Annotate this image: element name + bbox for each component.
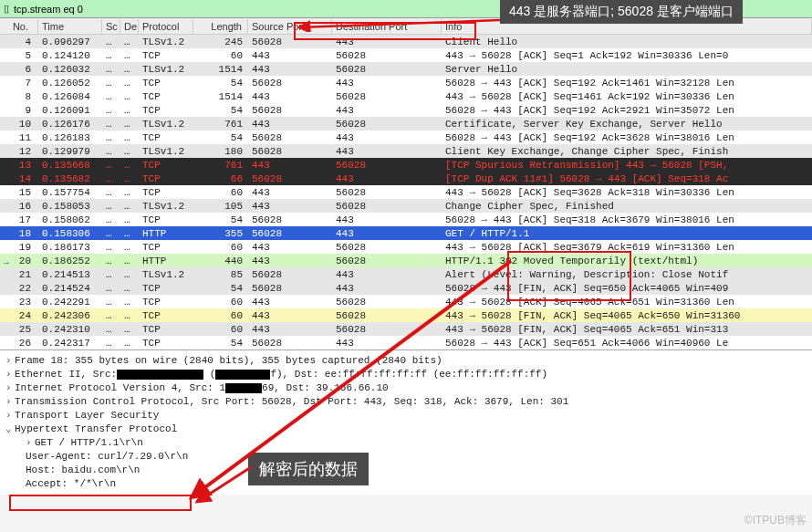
chevron-right-icon: › [26, 436, 35, 450]
chevron-right-icon: › [5, 368, 15, 381]
packet-row[interactable]: 130.135668……TCP76144356028[TCP Spurious … [0, 158, 812, 172]
redacted-mac: xxxx [215, 370, 270, 380]
packet-row[interactable]: 230.242291……TCP6044356028443 → 56028 [AC… [0, 295, 812, 308]
packet-row[interactable]: 160.158053……TLSv1.210544356028Change Cip… [0, 199, 812, 213]
col-header-source[interactable]: Sc [102, 19, 120, 34]
packet-row[interactable]: 150.157754……TCP6044356028443 → 56028 [AC… [0, 185, 812, 199]
chevron-right-icon: › [5, 409, 15, 422]
packet-row[interactable]: 260.242317……TCP545602844356028 → 443 [AC… [0, 336, 812, 349]
detail-http-accept[interactable]: Accept: */*\r\n [5, 477, 807, 491]
detail-ethernet[interactable]: ›Ethernet II, Src: xxxxxxxx (xxxxf), Dst… [5, 368, 807, 381]
chevron-right-icon: › [5, 395, 15, 409]
detail-frame[interactable]: ›Frame 18: 355 bytes on wire (2840 bits)… [5, 354, 807, 368]
chevron-right-icon: › [5, 381, 15, 395]
col-header-protocol[interactable]: Protocol [139, 19, 193, 34]
packet-row[interactable]: 80.126084……TCP151444356028443 → 56028 [A… [0, 89, 812, 103]
packet-row[interactable]: 100.126176……TLSv1.276144356028Certificat… [0, 117, 812, 130]
chevron-down-icon: ⌄ [5, 422, 15, 436]
redacted-src-mac: xxxxxxxx [117, 370, 203, 380]
packet-row[interactable]: 200.186252……HTTP44044356028HTTP/1.1 302 … [0, 254, 812, 267]
col-header-source-port[interactable]: Source Port [248, 19, 332, 34]
packet-row[interactable]: 110.126183……TCP545602844356028 → 443 [AC… [0, 130, 812, 144]
packet-row[interactable]: 180.158306……HTTP35556028443GET / HTTP/1.… [0, 226, 812, 240]
annotation-bottom-callout: 解密后的数据 [248, 453, 369, 485]
col-header-no[interactable]: No. [0, 19, 38, 34]
chevron-right-icon: › [5, 354, 15, 368]
filter-icon: ▯ [4, 3, 9, 15]
packet-row[interactable]: 90.126091……TCP545602844356028 → 443 [ACK… [0, 103, 812, 117]
packet-row[interactable]: 140.135682……TCP6656028443[TCP Dup ACK 11… [0, 172, 812, 185]
packet-row[interactable]: 60.126032……TLSv1.2151444356028Server Hel… [0, 62, 812, 76]
packet-row[interactable]: 220.214524……TCP545602844356028 → 443 [FI… [0, 281, 812, 295]
packet-row[interactable]: 120.129979……TLSv1.218056028443Client Key… [0, 144, 812, 158]
packet-row[interactable]: 50.124120……TCP6044356028443 → 56028 [ACK… [0, 48, 812, 62]
col-header-time[interactable]: Time [38, 19, 102, 34]
redacted-ip: x [225, 383, 262, 393]
packet-details-pane[interactable]: ›Frame 18: 355 bytes on wire (2840 bits)… [0, 349, 812, 495]
detail-http-ua[interactable]: User-Agent: curl/7.29.0\r\n [5, 450, 807, 464]
packet-row[interactable]: 250.242310……TCP6044356028443 → 56028 [FI… [0, 322, 812, 336]
col-header-dest[interactable]: De [120, 19, 139, 34]
col-header-length[interactable]: Length [193, 19, 248, 34]
detail-tcp[interactable]: ›Transmission Control Protocol, Src Port… [5, 395, 807, 409]
annotation-host-header [9, 495, 192, 511]
packet-row[interactable]: 70.126052……TCP545602844356028 → 443 [ACK… [0, 76, 812, 89]
packet-row[interactable]: 40.096297……TLSv1.224556028443Client Hell… [0, 35, 812, 48]
selected-row-arrow-icon: → [2, 257, 11, 267]
detail-http-get[interactable]: ›GET / HTTP/1.1\r\n [5, 436, 807, 450]
annotation-top-callout: 443 是服务器端口; 56028 是客户端端口 [500, 0, 743, 24]
watermark: ©ITPUB博客 [744, 513, 807, 528]
col-header-dest-port[interactable]: Destination Port [332, 19, 442, 34]
detail-ip[interactable]: ›Internet Protocol Version 4, Src: 1x69,… [5, 381, 807, 395]
detail-tls[interactable]: ›Transport Layer Security [5, 409, 807, 422]
packet-list[interactable]: 40.096297……TLSv1.224556028443Client Hell… [0, 35, 812, 349]
detail-http-host[interactable]: Host: baidu.com\r\n [5, 464, 807, 477]
detail-http[interactable]: ⌄Hypertext Transfer Protocol [5, 422, 807, 436]
packet-row[interactable]: 240.242306……TCP6044356028443 → 56028 [FI… [0, 308, 812, 322]
packet-row[interactable]: 170.158062……TCP545602844356028 → 443 [AC… [0, 213, 812, 226]
packet-row[interactable]: 190.186173……TCP6044356028443 → 56028 [AC… [0, 240, 812, 254]
packet-row[interactable]: 210.214513……TLSv1.28556028443Alert (Leve… [0, 267, 812, 281]
